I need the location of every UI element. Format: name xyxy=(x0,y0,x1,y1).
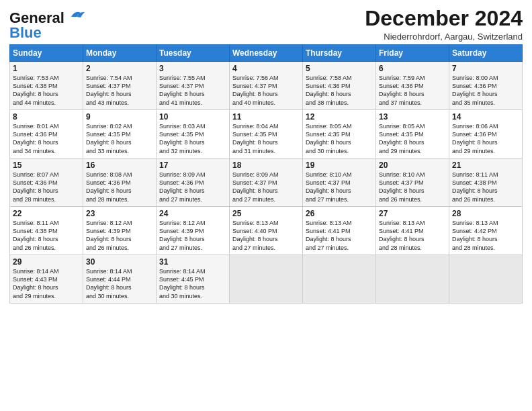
day-info: Sunrise: 8:10 AM Sunset: 4:37 PM Dayligh… xyxy=(306,171,373,203)
day-number: 11 xyxy=(232,112,300,122)
day-number: 24 xyxy=(159,209,226,218)
calendar-day-cell: 12Sunrise: 8:05 AM Sunset: 4:35 PM Dayli… xyxy=(303,110,376,158)
day-number: 16 xyxy=(86,161,153,170)
calendar-day-cell xyxy=(230,255,303,304)
calendar-day-cell: 27Sunrise: 8:13 AM Sunset: 4:41 PM Dayli… xyxy=(376,207,449,255)
calendar-day-cell xyxy=(449,255,523,304)
calendar-day-cell: 4Sunrise: 7:56 AM Sunset: 4:37 PM Daylig… xyxy=(230,62,303,110)
calendar-day-cell: 30Sunrise: 8:14 AM Sunset: 4:44 PM Dayli… xyxy=(83,255,157,304)
day-info: Sunrise: 8:13 AM Sunset: 4:42 PM Dayligh… xyxy=(452,219,519,252)
calendar-day-cell: 19Sunrise: 8:10 AM Sunset: 4:37 PM Dayli… xyxy=(303,158,376,207)
day-number: 26 xyxy=(306,209,373,218)
calendar-day-cell: 9Sunrise: 8:02 AM Sunset: 4:35 PM Daylig… xyxy=(83,110,157,158)
calendar-day-cell: 23Sunrise: 8:12 AM Sunset: 4:39 PM Dayli… xyxy=(83,207,157,255)
calendar-day-cell: 25Sunrise: 8:13 AM Sunset: 4:40 PM Dayli… xyxy=(230,207,303,255)
calendar-header-cell: Wednesday xyxy=(230,45,303,62)
day-number: 23 xyxy=(86,209,153,218)
day-number: 29 xyxy=(13,257,80,267)
day-number: 31 xyxy=(159,257,226,267)
calendar-day-cell: 15Sunrise: 8:07 AM Sunset: 4:36 PM Dayli… xyxy=(10,158,83,207)
logo-bird-icon xyxy=(66,9,86,24)
calendar-day-cell xyxy=(376,255,449,304)
day-number: 28 xyxy=(452,209,519,218)
calendar-day-cell: 20Sunrise: 8:10 AM Sunset: 4:37 PM Dayli… xyxy=(376,158,449,207)
day-info: Sunrise: 8:06 AM Sunset: 4:36 PM Dayligh… xyxy=(452,122,519,155)
day-number: 13 xyxy=(379,112,446,122)
day-info: Sunrise: 8:13 AM Sunset: 4:41 PM Dayligh… xyxy=(379,219,446,252)
page-container: General Blue December 2024 Niederrohrdor… xyxy=(0,0,532,309)
day-info: Sunrise: 8:03 AM Sunset: 4:35 PM Dayligh… xyxy=(159,122,226,155)
calendar-header-cell: Saturday xyxy=(449,45,523,62)
calendar-day-cell: 13Sunrise: 8:05 AM Sunset: 4:35 PM Dayli… xyxy=(376,110,449,158)
calendar-day-cell: 18Sunrise: 8:09 AM Sunset: 4:37 PM Dayli… xyxy=(230,158,303,207)
day-number: 2 xyxy=(86,64,153,73)
day-number: 7 xyxy=(452,64,519,73)
calendar-day-cell: 3Sunrise: 7:55 AM Sunset: 4:37 PM Daylig… xyxy=(157,62,230,110)
day-info: Sunrise: 8:07 AM Sunset: 4:36 PM Dayligh… xyxy=(13,171,80,203)
calendar-day-cell: 11Sunrise: 8:04 AM Sunset: 4:35 PM Dayli… xyxy=(230,110,303,158)
day-info: Sunrise: 8:01 AM Sunset: 4:36 PM Dayligh… xyxy=(13,122,80,155)
day-info: Sunrise: 8:13 AM Sunset: 4:41 PM Dayligh… xyxy=(306,219,373,252)
calendar-week-row: 1Sunrise: 7:53 AM Sunset: 4:38 PM Daylig… xyxy=(10,62,523,110)
calendar-day-cell: 16Sunrise: 8:08 AM Sunset: 4:36 PM Dayli… xyxy=(83,158,157,207)
calendar-day-cell: 7Sunrise: 8:00 AM Sunset: 4:36 PM Daylig… xyxy=(449,62,523,110)
day-number: 22 xyxy=(13,209,80,218)
calendar-day-cell xyxy=(303,255,376,304)
calendar-table: SundayMondayTuesdayWednesdayThursdayFrid… xyxy=(9,44,523,304)
day-number: 15 xyxy=(13,161,80,170)
day-number: 1 xyxy=(13,64,80,73)
day-info: Sunrise: 8:00 AM Sunset: 4:36 PM Dayligh… xyxy=(452,74,519,107)
day-number: 25 xyxy=(232,209,300,218)
day-info: Sunrise: 8:05 AM Sunset: 4:35 PM Dayligh… xyxy=(306,122,373,155)
calendar-day-cell: 2Sunrise: 7:54 AM Sunset: 4:37 PM Daylig… xyxy=(83,62,157,110)
day-info: Sunrise: 8:09 AM Sunset: 4:37 PM Dayligh… xyxy=(232,171,300,203)
day-number: 17 xyxy=(159,161,226,170)
day-info: Sunrise: 8:04 AM Sunset: 4:35 PM Dayligh… xyxy=(232,122,300,155)
month-title: December 2024 xyxy=(365,7,523,30)
calendar-header-cell: Sunday xyxy=(10,45,83,62)
day-info: Sunrise: 8:08 AM Sunset: 4:36 PM Dayligh… xyxy=(86,171,153,203)
day-info: Sunrise: 8:12 AM Sunset: 4:39 PM Dayligh… xyxy=(86,219,153,252)
day-number: 9 xyxy=(86,112,153,122)
calendar-day-cell: 31Sunrise: 8:14 AM Sunset: 4:45 PM Dayli… xyxy=(157,255,230,304)
calendar-week-row: 22Sunrise: 8:11 AM Sunset: 4:38 PM Dayli… xyxy=(10,207,523,255)
day-number: 20 xyxy=(379,161,446,170)
day-number: 27 xyxy=(379,209,446,218)
calendar-header-cell: Monday xyxy=(83,45,157,62)
day-info: Sunrise: 7:53 AM Sunset: 4:38 PM Dayligh… xyxy=(13,74,80,107)
calendar-day-cell: 24Sunrise: 8:12 AM Sunset: 4:39 PM Dayli… xyxy=(157,207,230,255)
calendar-week-row: 8Sunrise: 8:01 AM Sunset: 4:36 PM Daylig… xyxy=(10,110,523,158)
calendar-header-row: SundayMondayTuesdayWednesdayThursdayFrid… xyxy=(10,45,523,62)
day-info: Sunrise: 7:55 AM Sunset: 4:37 PM Dayligh… xyxy=(159,74,226,107)
day-number: 10 xyxy=(159,112,226,122)
calendar-day-cell: 1Sunrise: 7:53 AM Sunset: 4:38 PM Daylig… xyxy=(10,62,83,110)
day-info: Sunrise: 8:05 AM Sunset: 4:35 PM Dayligh… xyxy=(379,122,446,155)
calendar-day-cell: 17Sunrise: 8:09 AM Sunset: 4:36 PM Dayli… xyxy=(157,158,230,207)
calendar-day-cell: 28Sunrise: 8:13 AM Sunset: 4:42 PM Dayli… xyxy=(449,207,523,255)
header: General Blue December 2024 Niederrohrdor… xyxy=(9,7,523,42)
day-info: Sunrise: 8:12 AM Sunset: 4:39 PM Dayligh… xyxy=(159,219,226,252)
calendar-day-cell: 6Sunrise: 7:59 AM Sunset: 4:36 PM Daylig… xyxy=(376,62,449,110)
calendar-week-row: 15Sunrise: 8:07 AM Sunset: 4:36 PM Dayli… xyxy=(10,158,523,207)
day-number: 12 xyxy=(306,112,373,122)
title-block: December 2024 Niederrohrdorf, Aargau, Sw… xyxy=(365,7,523,42)
day-number: 6 xyxy=(379,64,446,73)
calendar-body: 1Sunrise: 7:53 AM Sunset: 4:38 PM Daylig… xyxy=(10,62,523,304)
day-info: Sunrise: 7:59 AM Sunset: 4:36 PM Dayligh… xyxy=(379,74,446,107)
calendar-day-cell: 26Sunrise: 8:13 AM Sunset: 4:41 PM Dayli… xyxy=(303,207,376,255)
day-info: Sunrise: 8:09 AM Sunset: 4:36 PM Dayligh… xyxy=(159,171,226,203)
calendar-day-cell: 29Sunrise: 8:14 AM Sunset: 4:43 PM Dayli… xyxy=(10,255,83,304)
day-info: Sunrise: 7:58 AM Sunset: 4:36 PM Dayligh… xyxy=(306,74,373,107)
calendar-day-cell: 22Sunrise: 8:11 AM Sunset: 4:38 PM Dayli… xyxy=(10,207,83,255)
day-info: Sunrise: 7:54 AM Sunset: 4:37 PM Dayligh… xyxy=(86,74,153,107)
day-number: 4 xyxy=(232,64,300,73)
calendar-day-cell: 21Sunrise: 8:11 AM Sunset: 4:38 PM Dayli… xyxy=(449,158,523,207)
logo: General Blue xyxy=(9,9,86,42)
calendar-day-cell: 8Sunrise: 8:01 AM Sunset: 4:36 PM Daylig… xyxy=(10,110,83,158)
location: Niederrohrdorf, Aargau, Switzerland xyxy=(365,32,523,42)
calendar-day-cell: 14Sunrise: 8:06 AM Sunset: 4:36 PM Dayli… xyxy=(449,110,523,158)
calendar-day-cell: 10Sunrise: 8:03 AM Sunset: 4:35 PM Dayli… xyxy=(157,110,230,158)
day-number: 8 xyxy=(13,112,80,122)
day-info: Sunrise: 8:14 AM Sunset: 4:44 PM Dayligh… xyxy=(86,267,153,300)
day-info: Sunrise: 8:13 AM Sunset: 4:40 PM Dayligh… xyxy=(232,219,300,252)
